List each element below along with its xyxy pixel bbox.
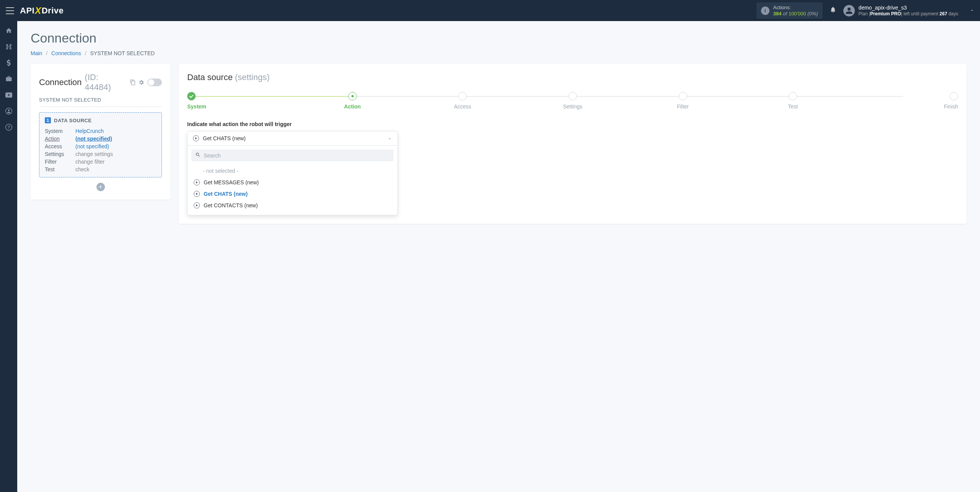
connection-subtitle: SYSTEM NOT SELECTED [39,97,162,107]
settings-panel: Data source (settings) System Action Acc… [179,64,967,224]
option-messages[interactable]: Get MESSAGES (new) [191,177,394,188]
home-icon[interactable] [5,27,13,34]
dropdown-body: - not selected - Get MESSAGES (new) Get … [188,145,397,215]
gear-icon[interactable] [138,79,144,85]
connection-panel: Connection (ID: 44484) SYSTEM NOT SELECT… [31,64,170,200]
dropdown-list: - not selected - Get MESSAGES (new) Get … [191,165,394,211]
play-icon [194,191,200,197]
row-access-value[interactable]: (not specified) [75,143,156,149]
actions-total: 100'000 [789,11,806,16]
actions-box[interactable]: i Actions: 384 of 100'000 (0%) [756,2,823,19]
logo[interactable]: APIXDrive [20,5,64,16]
step-test[interactable]: Test [738,92,848,110]
row-settings-label: Settings [45,151,75,157]
step-access[interactable]: Access [407,92,518,110]
step-action[interactable]: Action [297,92,408,110]
user-plan: Plan |Premium PRO| left until payment 26… [859,11,958,17]
actions-text: Actions: 384 of 100'000 (0%) [773,5,818,16]
search-icon [195,152,201,159]
video-icon[interactable] [5,91,13,99]
leftbar: ? [0,21,17,233]
dropdown-search[interactable] [191,149,394,161]
dropdown-selected-text: Get CHATS (new) [203,135,384,141]
connection-id: (ID: 44484) [85,72,127,92]
row-action-label: Action [45,136,75,142]
topbar-right: i Actions: 384 of 100'000 (0%) demo_apix… [756,2,974,19]
play-icon [194,202,200,208]
datasource-box[interactable]: 1 DATA SOURCE System HelpCrunch Action (… [39,112,162,177]
briefcase-icon[interactable] [5,75,13,83]
dropdown-selected[interactable]: Get CHATS (new) [188,131,397,145]
datasource-number: 1 [45,117,51,123]
datasource-header: 1 DATA SOURCE [45,117,156,123]
logo-part2: X [35,5,41,16]
actions-counts: 384 of 100'000 (0%) [773,11,818,17]
menu-icon[interactable] [6,7,14,14]
crumb-main[interactable]: Main [31,50,42,56]
chevron-up-icon [387,135,392,141]
user-menu[interactable]: demo_apix-drive_s3 Plan |Premium PRO| le… [843,4,974,17]
actions-pct: (0%) [807,11,818,16]
svg-point-3 [8,110,10,112]
row-system-label: System [45,128,75,134]
info-icon: i [761,7,769,15]
avatar-icon [843,5,855,16]
topbar: APIXDrive i Actions: 384 of 100'000 (0%) [0,0,980,21]
crumb-connections[interactable]: Connections [51,50,81,56]
actions-of: of [783,11,787,16]
copy-icon[interactable] [130,79,136,85]
logo-part1: API [20,6,34,16]
option-not-selected[interactable]: - not selected - [191,165,394,177]
connection-title: Connection [39,77,82,87]
page-title: Connection [31,31,967,46]
topbar-left: APIXDrive [6,5,64,16]
add-button[interactable]: + [96,183,105,191]
row-test-value[interactable]: check [75,166,156,172]
datasource-title: DATA SOURCE [54,118,91,123]
connection-header: Connection (ID: 44484) [39,72,162,92]
actions-label: Actions: [773,5,818,11]
content-row: Connection (ID: 44484) SYSTEM NOT SELECT… [31,64,967,224]
datasource-table: System HelpCrunch Action (not specified)… [45,128,156,172]
breadcrumb: Main / Connections / SYSTEM NOT SELECTED [31,50,967,56]
svg-text:?: ? [7,125,10,130]
row-filter-value[interactable]: change filter [75,159,156,165]
field-label: Indicate what action the robot will trig… [187,121,958,127]
play-icon [194,179,200,185]
billing-icon[interactable] [5,59,13,67]
user-text: demo_apix-drive_s3 Plan |Premium PRO| le… [859,4,958,17]
crumb-current: SYSTEM NOT SELECTED [90,50,155,56]
row-action-value[interactable]: (not specified) [75,136,156,142]
main: Connection Main / Connections / SYSTEM N… [17,21,980,233]
step-filter[interactable]: Filter [628,92,738,110]
bell-icon[interactable] [830,6,836,15]
actions-count: 384 [773,11,782,16]
row-settings-value[interactable]: change settings [75,151,156,157]
enable-toggle[interactable] [147,79,162,86]
profile-icon[interactable] [5,107,13,115]
row-filter-label: Filter [45,159,75,165]
option-chats[interactable]: Get CHATS (new) [191,188,394,200]
row-test-label: Test [45,166,75,172]
play-icon [193,135,199,141]
row-system-value[interactable]: HelpCrunch [75,128,156,134]
help-icon[interactable]: ? [5,123,13,131]
row-access-label: Access [45,143,75,149]
step-finish[interactable]: Finish [848,92,958,110]
connection-icons [130,79,144,85]
option-contacts[interactable]: Get CONTACTS (new) [191,200,394,211]
stepper: System Action Access Settings Filter Tes… [187,92,958,110]
logo-part3: Drive [42,6,64,16]
user-name: demo_apix-drive_s3 [859,4,958,11]
settings-title: Data source (settings) [187,72,958,82]
search-input[interactable] [204,153,390,159]
chevron-down-icon [970,8,974,14]
step-system[interactable]: System [187,92,297,110]
step-settings[interactable]: Settings [518,92,628,110]
action-dropdown: Get CHATS (new) - not selected - Get MES… [187,131,398,215]
connections-icon[interactable] [5,43,13,51]
